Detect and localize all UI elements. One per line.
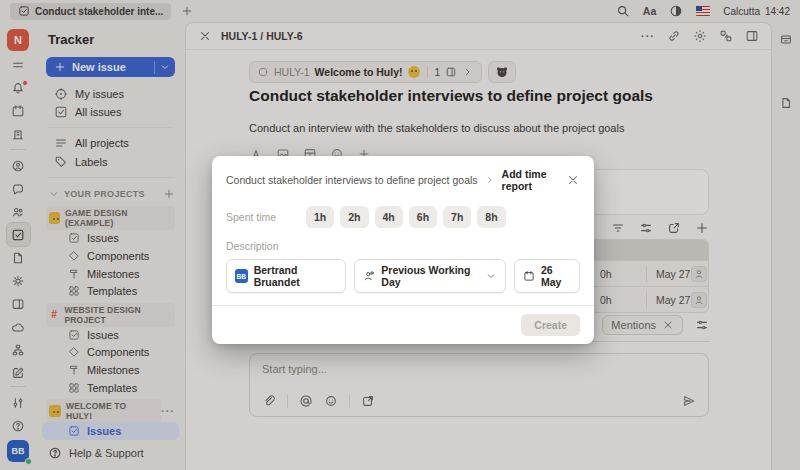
modal-close-icon[interactable]	[566, 173, 580, 187]
calendar-icon	[523, 270, 535, 282]
description-label: Description	[226, 240, 306, 252]
modal-title: Add time report	[502, 168, 560, 192]
time-option-6h[interactable]: 6h	[409, 206, 437, 228]
time-option-2h[interactable]: 2h	[340, 206, 368, 228]
time-option-1h[interactable]: 1h	[306, 206, 334, 228]
spent-time-label: Spent time	[226, 211, 306, 223]
create-button[interactable]: Create	[521, 314, 580, 336]
modal-breadcrumb-parent: Conduct stakeholder interviews to define…	[226, 174, 478, 186]
time-option-7h[interactable]: 7h	[443, 206, 471, 228]
modal-footer: Create	[212, 305, 594, 344]
reporter-avatar: BB	[235, 269, 248, 283]
time-option-4h[interactable]: 4h	[375, 206, 403, 228]
date-picker-chip[interactable]: 26 May	[514, 259, 580, 293]
reporter-chip[interactable]: BB Bertrand Bruandet	[226, 259, 346, 293]
add-time-report-modal: Conduct stakeholder interviews to define…	[212, 156, 594, 344]
day-preset-dropdown[interactable]: Previous Working Day	[354, 259, 506, 293]
person-icon	[363, 270, 375, 282]
time-option-8h[interactable]: 8h	[477, 206, 505, 228]
chevron-down-icon	[485, 270, 497, 282]
chevron-right-icon	[484, 174, 496, 186]
modal-header: Conduct stakeholder interviews to define…	[212, 156, 594, 198]
